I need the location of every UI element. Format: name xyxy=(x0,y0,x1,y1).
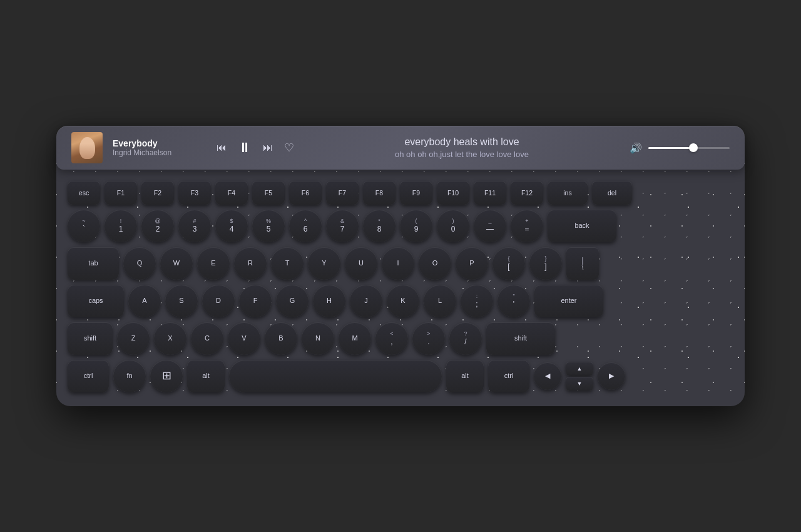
key-l[interactable]: L xyxy=(424,285,456,317)
key-arrow-up[interactable]: ▲ xyxy=(566,362,593,376)
key-e[interactable]: E xyxy=(197,247,230,280)
bottom-row: ctrl fn ⊞ alt alt ctrl ◀ ▲ ▼ ▶ xyxy=(68,360,733,392)
key-k[interactable]: K xyxy=(387,285,419,317)
key-backslash[interactable]: | \ xyxy=(566,247,599,280)
key-u[interactable]: U xyxy=(345,247,377,280)
key-4[interactable]: $ 4 xyxy=(215,210,248,242)
key-1[interactable]: ! 1 xyxy=(105,210,137,242)
asdf-row: caps A S D F G H J K L : ; " ' enter xyxy=(68,285,733,317)
key-ins[interactable]: ins xyxy=(548,181,588,205)
number-row: ~ ` ! 1 @ 2 # 3 $ 4 % 5 xyxy=(68,210,733,242)
key-f10[interactable]: F10 xyxy=(437,181,469,205)
key-alt-left[interactable]: alt xyxy=(187,360,225,392)
key-h[interactable]: H xyxy=(313,285,345,317)
key-0[interactable]: ) 0 xyxy=(437,210,469,242)
key-f[interactable]: F xyxy=(239,285,272,317)
key-a[interactable]: A xyxy=(128,285,161,317)
key-win[interactable]: ⊞ xyxy=(150,360,183,392)
key-f9[interactable]: F9 xyxy=(400,181,432,205)
key-n[interactable]: N xyxy=(302,322,334,355)
key-shift-left[interactable]: shift xyxy=(68,322,113,355)
song-info: Everybody Ingrid Michaelson xyxy=(113,138,200,157)
key-f5[interactable]: F5 xyxy=(252,181,285,205)
key-7[interactable]: & 7 xyxy=(326,210,359,242)
volume-icon: 🔊 xyxy=(630,142,642,154)
volume-track[interactable] xyxy=(648,147,730,149)
key-x[interactable]: X xyxy=(154,322,186,355)
key-o[interactable]: O xyxy=(419,247,451,280)
like-button[interactable]: ♡ xyxy=(284,141,294,155)
key-c[interactable]: C xyxy=(191,322,223,355)
keys-area: esc F1 F2 F3 F4 F5 F6 F7 F8 F9 F10 F11 F… xyxy=(56,170,745,392)
key-comma[interactable]: < , xyxy=(375,322,408,355)
key-slash[interactable]: ? / xyxy=(449,322,482,355)
key-f6[interactable]: F6 xyxy=(289,181,322,205)
key-bracket-close[interactable]: } ] xyxy=(529,247,562,280)
key-d[interactable]: D xyxy=(202,285,235,317)
key-5[interactable]: % 5 xyxy=(252,210,285,242)
key-v[interactable]: V xyxy=(228,322,260,355)
key-arrow-down[interactable]: ▼ xyxy=(566,377,593,391)
key-arrow-right[interactable]: ▶ xyxy=(598,362,625,390)
key-equals[interactable]: + = xyxy=(511,210,543,242)
key-semicolon[interactable]: : ; xyxy=(461,285,493,317)
key-b[interactable]: B xyxy=(265,322,297,355)
key-t[interactable]: T xyxy=(271,247,304,280)
volume-area: 🔊 xyxy=(630,142,730,154)
key-minus[interactable]: _ — xyxy=(474,210,506,242)
key-arrow-left[interactable]: ◀ xyxy=(534,362,561,390)
key-shift-right[interactable]: shift xyxy=(486,322,555,355)
key-f8[interactable]: F8 xyxy=(363,181,395,205)
key-m[interactable]: M xyxy=(339,322,371,355)
key-r[interactable]: R xyxy=(234,247,267,280)
key-period[interactable]: > . xyxy=(412,322,445,355)
key-q[interactable]: Q xyxy=(123,247,156,280)
key-f1[interactable]: F1 xyxy=(105,181,137,205)
pause-button[interactable]: ⏸ xyxy=(238,140,252,156)
lyric-line2: oh oh oh oh,just let the love love love xyxy=(304,150,620,159)
key-space[interactable] xyxy=(229,360,442,392)
keyboard-body: Everybody Ingrid Michaelson ⏮ ⏸ ⏭ ♡ ever… xyxy=(56,126,745,406)
song-title: Everybody xyxy=(113,138,200,148)
key-j[interactable]: J xyxy=(350,285,382,317)
key-backtick[interactable]: ~ ` xyxy=(68,210,100,242)
key-ctrl-right[interactable]: ctrl xyxy=(488,360,529,392)
volume-knob[interactable] xyxy=(689,143,698,152)
key-g[interactable]: G xyxy=(276,285,309,317)
key-alt-right[interactable]: alt xyxy=(446,360,484,392)
key-9[interactable]: ( 9 xyxy=(400,210,432,242)
key-s[interactable]: S xyxy=(165,285,198,317)
key-2[interactable]: @ 2 xyxy=(141,210,174,242)
prev-button[interactable]: ⏮ xyxy=(217,142,227,153)
key-caps[interactable]: caps xyxy=(68,285,124,317)
key-i[interactable]: I xyxy=(382,247,414,280)
key-8[interactable]: * 8 xyxy=(363,210,395,242)
key-esc[interactable]: esc xyxy=(68,181,100,205)
key-ctrl-left[interactable]: ctrl xyxy=(68,360,109,392)
lyrics-area: everybody heals with love oh oh oh oh,ju… xyxy=(304,136,620,159)
key-z[interactable]: Z xyxy=(117,322,150,355)
key-y[interactable]: Y xyxy=(308,247,340,280)
key-f11[interactable]: F11 xyxy=(474,181,506,205)
fn-row: esc F1 F2 F3 F4 F5 F6 F7 F8 F9 F10 F11 F… xyxy=(68,181,733,205)
media-controls: ⏮ ⏸ ⏭ ♡ xyxy=(217,140,294,156)
key-f12[interactable]: F12 xyxy=(511,181,543,205)
key-f7[interactable]: F7 xyxy=(326,181,359,205)
next-button[interactable]: ⏭ xyxy=(263,142,273,153)
key-p[interactable]: P xyxy=(456,247,488,280)
key-f4[interactable]: F4 xyxy=(215,181,248,205)
key-backspace[interactable]: back xyxy=(548,210,616,242)
key-w[interactable]: W xyxy=(160,247,193,280)
lyric-line1: everybody heals with love xyxy=(304,136,620,148)
key-f2[interactable]: F2 xyxy=(141,181,174,205)
key-tab[interactable]: tab xyxy=(68,247,119,280)
zxcv-row: shift Z X C V B N M < , > . ? / shift xyxy=(68,322,733,355)
key-quote[interactable]: " ' xyxy=(497,285,530,317)
key-del[interactable]: del xyxy=(592,181,632,205)
key-6[interactable]: ^ 6 xyxy=(289,210,322,242)
key-fn[interactable]: fn xyxy=(113,360,146,392)
key-3[interactable]: # 3 xyxy=(178,210,211,242)
key-f3[interactable]: F3 xyxy=(178,181,211,205)
key-bracket-open[interactable]: { [ xyxy=(492,247,525,280)
key-enter[interactable]: enter xyxy=(534,285,603,317)
